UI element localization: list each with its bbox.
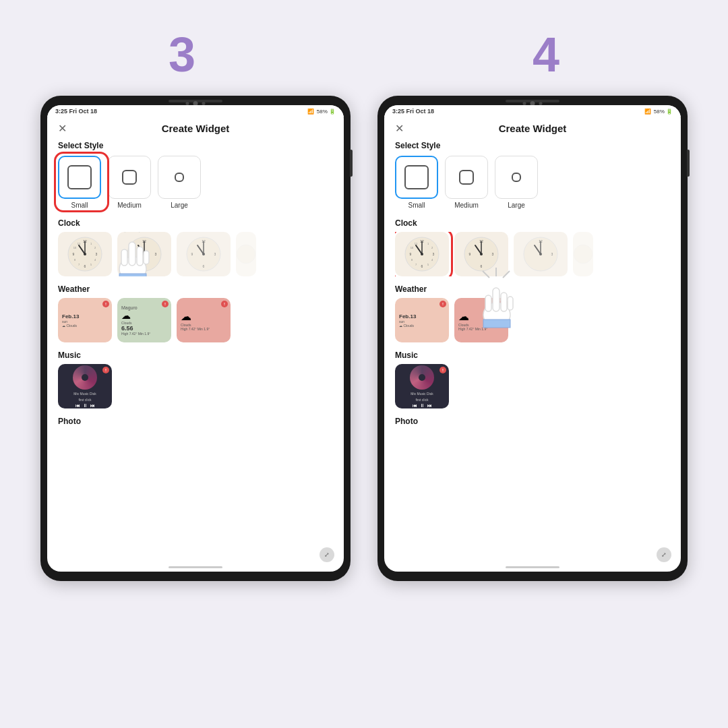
weather-name-2-3: Maguro	[121, 305, 138, 310]
style-box-small-3[interactable]	[58, 156, 101, 199]
svg-point-23	[143, 253, 146, 255]
music-widget-1-3[interactable]: Mix Music Disk first click ⏮ ⏸ ⏭ !	[58, 364, 112, 408]
music-disk-inner-4	[419, 374, 425, 381]
svg-text:9: 9	[469, 252, 471, 256]
music-title-3: Mix Music Disk	[73, 392, 96, 396]
svg-text:9: 9	[191, 252, 193, 256]
screen-content-4: ✕ Create Widget Select Style Small	[384, 117, 681, 431]
svg-point-71	[539, 253, 542, 255]
weather-widget-1-3[interactable]: Feb.13 sun ☁ Clouds !	[58, 298, 112, 342]
music-widget-row-4: Mix Music Disk first click ⏮ ⏸ ⏭ !	[395, 364, 670, 408]
style-label-small-3: Small	[71, 202, 88, 209]
clock-widget-1-3[interactable]: 12 3 6 9 1 2 4 5 7 8 10 11	[58, 232, 112, 276]
svg-text:9: 9	[410, 252, 412, 256]
side-button	[350, 150, 353, 177]
weather-sub-3-3: High 7.42° Min 1.9°	[181, 327, 210, 331]
weather-icon-2-3: ☁	[121, 310, 131, 321]
close-button-3[interactable]: ✕	[58, 122, 67, 135]
close-button-4[interactable]: ✕	[395, 122, 404, 135]
music-controls-4: ⏮ ⏸ ⏭	[413, 403, 432, 408]
music-title-4: Mix Music Disk	[411, 392, 433, 396]
style-inner-large-4	[512, 173, 521, 182]
clock-widget-row-3: 12 3 6 9 1 2 4 5 7 8 10 11	[58, 232, 333, 276]
music-prev-3[interactable]: ⏮	[75, 403, 80, 408]
weather-sub-1-3: ☁ Clouds	[62, 324, 77, 328]
weather-widget-3-3[interactable]: ☁ Clouds High 7.42° Min 1.9° !	[177, 298, 231, 342]
weather-widget-row-4: Feb.13 sun ☁ Clouds ! ☁ Clouds High 7.42…	[395, 298, 670, 342]
style-box-medium-3[interactable]	[108, 156, 151, 199]
clock-widget-2-3[interactable]: 12 3 6 9	[117, 232, 171, 276]
music-badge-4: !	[439, 367, 446, 373]
style-box-large-4[interactable]	[495, 156, 538, 199]
style-label-medium-3: Medium	[117, 202, 142, 209]
clock-section-label-3: Clock	[58, 218, 333, 228]
modal-header-3: ✕ Create Widget	[58, 123, 333, 134]
status-time-3: 3:25 Fri Oct 18	[55, 108, 97, 115]
svg-text:6: 6	[421, 264, 423, 268]
style-inner-medium-4	[459, 170, 474, 185]
svg-text:9: 9	[132, 252, 134, 256]
clock-widget-3-3[interactable]: 12 3 6 9	[177, 232, 231, 276]
svg-text:3: 3	[214, 252, 216, 256]
music-artist-3: first click	[78, 398, 91, 402]
svg-text:3: 3	[155, 252, 157, 256]
weather-temp-2-3: 6.56	[121, 325, 133, 332]
weather-widget-1-4[interactable]: Feb.13 sun ☁ Clouds !	[395, 298, 449, 342]
style-inner-medium-3	[122, 170, 137, 185]
weather-icon-3-4: ☁	[458, 310, 469, 323]
style-medium-4[interactable]: Medium	[445, 156, 488, 209]
status-icons-3: 📶 58% 🔋	[307, 109, 336, 115]
weather-date-1-4: Feb.13	[399, 313, 416, 320]
weather-section-label-3: Weather	[58, 284, 333, 294]
modal-title-4: Create Widget	[499, 123, 567, 134]
style-box-large-3[interactable]	[158, 156, 201, 199]
clock-widget-3-4[interactable]: 12 3	[514, 232, 568, 276]
modal-title-3: Create Widget	[162, 123, 230, 134]
clock-section-label-4: Clock	[395, 218, 670, 228]
style-large-4[interactable]: Large	[495, 156, 538, 209]
clock-widget-2-4[interactable]: 12 3 6 9	[454, 232, 508, 276]
music-next-3[interactable]: ⏭	[90, 403, 95, 408]
style-label-small-4: Small	[408, 202, 425, 209]
style-box-medium-4[interactable]	[445, 156, 488, 199]
style-box-small-4[interactable]	[395, 156, 438, 199]
style-row-3: Small Medium	[58, 156, 333, 209]
svg-text:3: 3	[492, 252, 494, 256]
svg-point-57	[421, 253, 423, 255]
music-controls-3: ⏮ ⏸ ⏭	[75, 403, 95, 408]
collapse-btn-3[interactable]: ⤢	[320, 547, 334, 562]
svg-text:6: 6	[203, 264, 205, 268]
svg-point-31	[202, 253, 205, 255]
style-row-4: Small Medium Large	[395, 156, 670, 209]
weather-widget-row-3: Feb.13 sun ☁ Clouds ! Maguro ☁ Clouds 6.…	[58, 298, 333, 342]
style-small-4[interactable]: Small	[395, 156, 438, 209]
clock-widget-1-4[interactable]: 12 3 6 9 1 2 4 5 7 8 10	[395, 232, 449, 276]
music-widget-1-4[interactable]: Mix Music Disk first click ⏮ ⏸ ⏭ !	[395, 364, 449, 408]
svg-text:3: 3	[96, 252, 98, 256]
music-disk-4	[410, 365, 434, 390]
weather-widget-2-3[interactable]: Maguro ☁ Clouds 6.56 High 7.42° Min 1.9°…	[117, 298, 171, 342]
collapse-btn-4[interactable]: ⤢	[657, 547, 671, 562]
modal-header-4: ✕ Create Widget	[395, 123, 670, 134]
style-small-3[interactable]: Small	[58, 156, 101, 209]
tablet-4: 3:25 Fri Oct 18 📶 58% 🔋 ✕ Create Widget …	[377, 96, 688, 581]
select-style-label-3: Select Style	[58, 141, 333, 150]
screen-4: 3:25 Fri Oct 18 📶 58% 🔋 ✕ Create Widget …	[384, 105, 681, 572]
side-button-4	[687, 150, 690, 177]
clock-svg-4-4	[573, 236, 593, 272]
style-medium-3[interactable]: Medium	[108, 156, 151, 209]
weather-widget-3-4[interactable]: ☁ Clouds High 7.42° Min 1.9° !	[454, 298, 508, 342]
music-play-4[interactable]: ⏸	[420, 403, 425, 408]
weather-badge-3-3: !	[221, 301, 228, 307]
clock-widget-4-3[interactable]	[236, 232, 256, 276]
music-prev-4[interactable]: ⏮	[413, 403, 417, 408]
clock-widget-4-4[interactable]	[573, 232, 593, 276]
clock-svg-4-3	[236, 236, 256, 272]
music-next-4[interactable]: ⏭	[427, 403, 432, 408]
music-play-3[interactable]: ⏸	[83, 403, 88, 408]
weather-icon-3-3: ☁	[181, 310, 191, 323]
home-indicator-3	[169, 566, 222, 568]
svg-point-72	[574, 245, 593, 264]
svg-point-32	[237, 245, 255, 264]
style-large-3[interactable]: Large	[158, 156, 201, 209]
